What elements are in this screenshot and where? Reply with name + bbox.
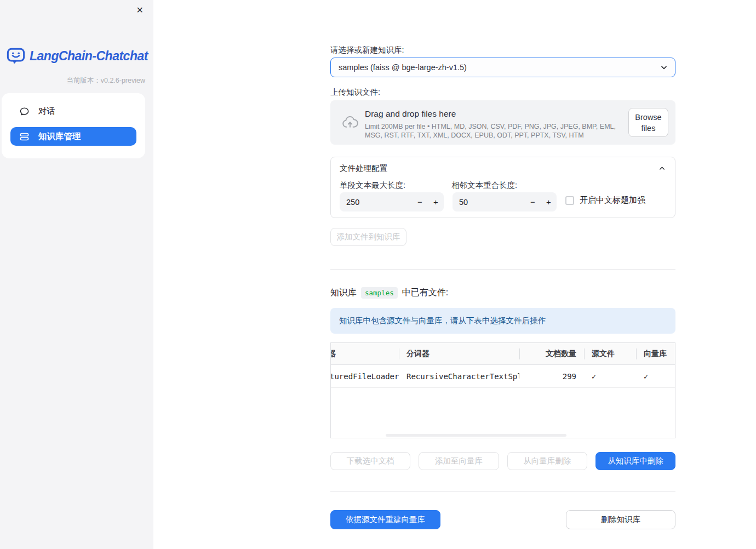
add-files-to-kb-button[interactable]: 添加文件到知识库 <box>330 228 406 246</box>
sidebar-nav: 对话 知识库管理 <box>2 93 145 158</box>
minus-icon[interactable]: − <box>412 197 428 207</box>
table-header-cell[interactable]: 文档加载器 <box>330 343 399 364</box>
files-table-inner: 文档加载器分词器文档数量源文件向量库 UnstructuredFileLoade… <box>330 343 675 388</box>
version-value: v0.2.6-preview <box>101 77 145 84</box>
add-to-vector-store-button[interactable]: 添加至向量库 <box>419 452 499 470</box>
horizontal-scrollbar[interactable] <box>386 434 566 437</box>
divider <box>330 491 675 492</box>
close-sidebar-icon[interactable]: ✕ <box>134 3 146 18</box>
expander-header[interactable]: 文件处理配置 <box>331 157 675 179</box>
chat-bubble-icon <box>19 106 30 117</box>
divider <box>330 269 675 270</box>
chunk-size-label: 单段文本最大长度: <box>340 180 405 191</box>
cloud-upload-icon <box>341 113 359 131</box>
app-logo: LangChain-Chatchat <box>7 47 148 65</box>
expander-title: 文件处理配置 <box>340 163 387 174</box>
zh-title-checkbox[interactable] <box>565 196 574 205</box>
table-header-cell[interactable]: 向量库 <box>636 343 675 364</box>
file-dropzone[interactable]: Drag and drop files here Limit 200MB per… <box>330 100 675 145</box>
file-action-buttons: 下载选中文档 添加至向量库 从向量库删除 从知识库中删除 <box>330 452 675 470</box>
kb-name-code: samples <box>361 287 398 299</box>
browse-files-button[interactable]: Browse files <box>628 108 668 137</box>
logo-chat-smiley-icon <box>7 47 25 65</box>
table-header-row: 文档加载器分词器文档数量源文件向量库 <box>330 343 675 365</box>
knowledge-base-icon <box>19 131 30 142</box>
info-alert-text: 知识库中包含源文件与向量库，请从下表中选择文件后操作 <box>339 316 546 326</box>
sidebar-item-label: 知识库管理 <box>38 131 81 142</box>
sidebar-item-chat[interactable]: 对话 <box>10 102 136 121</box>
sidebar-item-label: 对话 <box>38 106 55 117</box>
chevron-up-icon <box>658 164 666 173</box>
overlap-input[interactable]: 50 <box>453 198 525 207</box>
main-content: 请选择或新建知识库: samples (faiss @ bge-large-zh… <box>330 0 675 549</box>
rebuild-vector-store-button[interactable]: 依据源文件重建向量库 <box>330 510 440 529</box>
delete-from-kb-button[interactable]: 从知识库中删除 <box>595 452 675 470</box>
chevron-down-icon <box>660 63 668 72</box>
kb-files-heading: 知识库 samples 中已有文件: <box>330 287 448 299</box>
kb-select-label: 请选择或新建知识库: <box>330 45 404 55</box>
table-cell[interactable]: UnstructuredFileLoader <box>330 365 399 387</box>
table-header-cell[interactable]: 源文件 <box>584 343 636 364</box>
table-cell[interactable]: RecursiveCharacterTextSplitter <box>399 365 519 387</box>
download-selected-button[interactable]: 下载选中文档 <box>330 452 410 470</box>
table-cell[interactable]: ✓ <box>584 365 636 387</box>
chunk-size-stepper: 250 − + <box>340 192 444 211</box>
table-body: UnstructuredFileLoaderRecursiveCharacter… <box>330 365 675 388</box>
sidebar-item-knowledge-base[interactable]: 知识库管理 <box>10 127 136 146</box>
info-alert: 知识库中包含源文件与向量库，请从下表中选择文件后操作 <box>330 308 675 334</box>
table-cell[interactable]: ✓ <box>636 365 675 387</box>
kb-select-value: samples (faiss @ bge-large-zh-v1.5) <box>339 63 660 72</box>
minus-icon[interactable]: − <box>525 197 541 207</box>
delete-from-vector-store-button[interactable]: 从向量库删除 <box>507 452 587 470</box>
table-row[interactable]: UnstructuredFileLoaderRecursiveCharacter… <box>330 365 675 388</box>
files-table: 文档加载器分词器文档数量源文件向量库 UnstructuredFileLoade… <box>330 342 675 438</box>
overlap-stepper: 50 − + <box>453 192 557 211</box>
version-text: 当前版本：v0.2.6-preview <box>66 76 145 85</box>
plus-icon[interactable]: + <box>541 197 557 207</box>
sidebar: ✕ LangChain-Chatchat 当前版本：v0.2.6-preview… <box>0 0 153 549</box>
delete-kb-button[interactable]: 删除知识库 <box>566 510 675 529</box>
dropzone-limit-text: Limit 200MB per file • HTML, MD, JSON, C… <box>365 122 626 140</box>
upload-label: 上传知识文件: <box>330 87 380 98</box>
file-config-expander: 文件处理配置 单段文本最大长度: 相邻文本重合长度: 250 − + 50 − … <box>330 157 675 218</box>
kb-files-suffix: 中已有文件: <box>402 287 448 299</box>
logo-text: LangChain-Chatchat <box>30 49 148 64</box>
table-header-cell[interactable]: 分词器 <box>399 343 519 364</box>
table-cell[interactable]: 299 <box>519 365 584 387</box>
chunk-size-input[interactable]: 250 <box>340 198 412 207</box>
zh-title-checkbox-label[interactable]: 开启中文标题加强 <box>580 195 645 205</box>
overlap-label: 相邻文本重合长度: <box>451 180 517 191</box>
dropzone-title: Drag and drop files here <box>365 109 456 119</box>
kb-files-prefix: 知识库 <box>330 287 357 299</box>
zh-title-checkbox-row: 开启中文标题加强 <box>565 195 645 205</box>
plus-icon[interactable]: + <box>428 197 444 207</box>
table-header-cell[interactable]: 文档数量 <box>519 343 584 364</box>
version-label: 当前版本： <box>66 77 101 84</box>
kb-select[interactable]: samples (faiss @ bge-large-zh-v1.5) <box>330 58 675 77</box>
